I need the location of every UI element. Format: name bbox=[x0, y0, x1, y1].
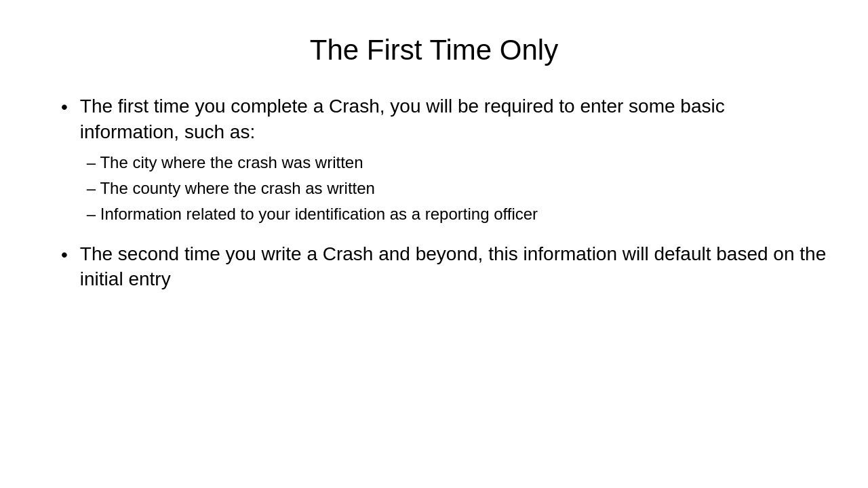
bullet-2-text: The second time you write a Crash and be… bbox=[80, 243, 826, 290]
bullet-item-1: • The first time you complete a Crash, y… bbox=[61, 94, 827, 228]
sub-bullet-1-3: – Information related to your identifica… bbox=[87, 202, 827, 226]
bullet-dot-2: • bbox=[61, 243, 68, 267]
slide-content: • The first time you complete a Crash, y… bbox=[41, 94, 827, 306]
sub-bullet-1-2: – The county where the crash as written bbox=[87, 176, 827, 201]
slide: The First Time Only • The first time you… bbox=[0, 0, 868, 488]
slide-title: The First Time Only bbox=[41, 34, 827, 66]
bullet-1-text: The first time you complete a Crash, you… bbox=[80, 96, 725, 142]
bullet-dot-1: • bbox=[61, 95, 68, 119]
sub-bullets-1: – The city where the crash was written –… bbox=[80, 150, 827, 226]
bullet-item-2: • The second time you write a Crash and … bbox=[61, 241, 827, 293]
bullet-1-body: The first time you complete a Crash, you… bbox=[80, 94, 827, 228]
sub-bullet-1-1: – The city where the crash was written bbox=[87, 150, 827, 175]
bullet-2-body: The second time you write a Crash and be… bbox=[80, 241, 827, 293]
